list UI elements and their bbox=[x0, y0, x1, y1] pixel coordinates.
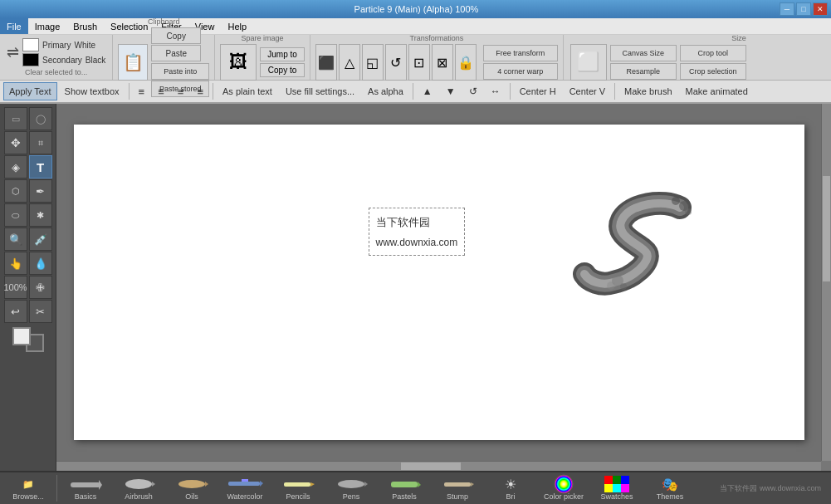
vertical-scrollbar[interactable] bbox=[821, 104, 831, 461]
menu-image[interactable]: Image bbox=[28, 18, 67, 34]
secondary-swatch[interactable] bbox=[22, 53, 39, 66]
text-tool[interactable]: T bbox=[29, 155, 52, 179]
minimize-button[interactable]: ─ bbox=[780, 2, 794, 16]
close-button[interactable]: ✕ bbox=[813, 2, 828, 16]
transform-icon-6[interactable]: ⊠ bbox=[432, 44, 453, 81]
paste-into-button[interactable]: Paste into bbox=[151, 63, 209, 80]
center-v-button[interactable]: Center V bbox=[564, 82, 611, 100]
bottom-tool-airbrush[interactable]: Airbrush bbox=[114, 474, 164, 502]
horizontal-scroll-thumb[interactable] bbox=[400, 462, 462, 471]
transform-icon-5[interactable]: ⊡ bbox=[408, 44, 430, 81]
undo-tool[interactable]: ↩ bbox=[4, 300, 27, 323]
canvas-size-icon[interactable]: ⬜ bbox=[570, 44, 607, 81]
svg-point-5 bbox=[620, 283, 627, 290]
jump-to-button[interactable]: Jump to bbox=[260, 47, 305, 61]
bottom-tool-pastels[interactable]: Pastels bbox=[379, 474, 429, 502]
burn-tool[interactable]: ✙ bbox=[29, 276, 52, 299]
text-align-icon-2[interactable]: ≡ bbox=[152, 82, 170, 100]
show-textbox-button[interactable]: Show textbox bbox=[59, 82, 125, 100]
fill-tool[interactable]: ◈ bbox=[4, 155, 27, 179]
select-rect-tool[interactable]: ▭ bbox=[4, 107, 27, 130]
text-align-icon-1[interactable]: ≡ bbox=[133, 82, 151, 100]
transform-icon-1[interactable]: ⬛ bbox=[315, 44, 337, 81]
lasso-tool[interactable]: ⬭ bbox=[4, 203, 27, 227]
resample-button[interactable]: Resample bbox=[610, 63, 677, 80]
apply-text-button[interactable]: Apply Text bbox=[3, 82, 57, 100]
bottom-tool-basics[interactable]: Basics bbox=[61, 474, 110, 502]
canvas-text-line2: www.downxia.com bbox=[376, 237, 458, 248]
canvas-size-button[interactable]: Canvas Size bbox=[610, 45, 677, 61]
corner-warp-button[interactable]: 4 corner warp bbox=[483, 63, 558, 80]
crop-tool-button[interactable]: Crop tool bbox=[680, 45, 746, 61]
tool-color-area bbox=[12, 327, 44, 352]
transform-icon-3[interactable]: ◱ bbox=[362, 44, 384, 81]
swap-colors-icon[interactable]: ⇌ bbox=[7, 43, 19, 61]
secondary-label: Secondary bbox=[42, 56, 82, 65]
tool-row-2: ✥ ⌗ bbox=[4, 131, 52, 154]
as-plain-text-button[interactable]: As plain text bbox=[217, 82, 278, 100]
primary-swatch[interactable] bbox=[22, 38, 39, 51]
svg-rect-28 bbox=[613, 484, 621, 492]
spare-image-group: Spare image 🖼 Jump to Copy to bbox=[215, 35, 310, 80]
bottom-tool-oils[interactable]: Oils bbox=[167, 474, 217, 502]
copy-to-button[interactable]: Copy to bbox=[260, 63, 305, 77]
move-tool[interactable]: ✥ bbox=[4, 131, 27, 154]
crop-selection-button[interactable]: Crop selection bbox=[680, 63, 746, 80]
copy-button[interactable]: Copy bbox=[151, 27, 201, 44]
bottom-tool-browse[interactable]: 📁 Browse... bbox=[3, 474, 53, 502]
foreground-color-swatch[interactable] bbox=[12, 327, 31, 345]
toolbar-divider-4 bbox=[510, 83, 511, 100]
canvas-text-box[interactable]: 当下软件园 www.downxia.com bbox=[369, 208, 466, 256]
transform-icon-7[interactable]: 🔒 bbox=[455, 44, 477, 81]
dropper-tool[interactable]: 💉 bbox=[29, 228, 52, 251]
bottom-tool-swatches[interactable]: Swatches bbox=[592, 474, 642, 502]
select-ellipse-tool[interactable]: ◯ bbox=[29, 107, 52, 130]
transform-tool[interactable]: ⬡ bbox=[4, 179, 27, 203]
transform-icon-4[interactable]: ↺ bbox=[385, 44, 407, 81]
menu-help[interactable]: Help bbox=[221, 18, 253, 34]
free-transform-button[interactable]: Free transform bbox=[483, 45, 558, 61]
move-down-icon[interactable]: ▼ bbox=[440, 82, 462, 100]
polygonal-lasso-tool[interactable]: ✱ bbox=[29, 203, 52, 227]
smudge-tool[interactable]: 👆 bbox=[4, 252, 27, 275]
move-up-icon[interactable]: ▲ bbox=[417, 82, 438, 100]
bottom-tool-pencils[interactable]: Pencils bbox=[273, 474, 323, 502]
text-align-icon-4[interactable]: ≡ bbox=[191, 82, 209, 100]
copy-paste-icon[interactable]: 📋 bbox=[118, 44, 148, 81]
tool-row-1: ▭ ◯ bbox=[4, 107, 52, 130]
transform-icon-2[interactable]: △ bbox=[339, 44, 360, 81]
spare-image-icon[interactable]: 🖼 bbox=[220, 44, 257, 81]
center-h-button[interactable]: Center H bbox=[514, 82, 562, 100]
use-fill-settings-button[interactable]: Use fill settings... bbox=[280, 82, 360, 100]
as-alpha-button[interactable]: As alpha bbox=[362, 82, 409, 100]
text-align-icon-3[interactable]: ≡ bbox=[172, 82, 190, 100]
bottom-tool-stump[interactable]: Stump bbox=[433, 474, 482, 502]
zoom-tool[interactable]: 🔍 bbox=[4, 228, 27, 251]
svg-rect-24 bbox=[604, 476, 613, 484]
make-animated-button[interactable]: Make animated bbox=[680, 82, 754, 100]
menu-brush[interactable]: Brush bbox=[66, 18, 104, 34]
bottom-tool-watercolor[interactable]: Watercolor bbox=[220, 474, 270, 502]
paste-button[interactable]: Paste bbox=[151, 45, 201, 61]
rotate-icon[interactable]: ↺ bbox=[463, 82, 483, 100]
make-brush-button[interactable]: Make brush bbox=[618, 82, 677, 100]
bottom-tool-themes[interactable]: 🎭 Themes bbox=[645, 474, 695, 502]
clear-selected-label: Clear selected to... bbox=[7, 68, 105, 76]
maximize-button[interactable]: □ bbox=[796, 2, 811, 16]
blur-tool[interactable]: 💧 bbox=[29, 252, 52, 275]
pen-tool[interactable]: ✒ bbox=[29, 179, 52, 203]
erase-tool[interactable]: ✂ bbox=[29, 300, 52, 323]
toolbar-divider-5 bbox=[614, 83, 615, 100]
crop-tool[interactable]: ⌗ bbox=[29, 131, 52, 154]
horizontal-scrollbar[interactable] bbox=[56, 461, 821, 471]
canvas[interactable]: 当下软件园 www.downxia.com bbox=[74, 125, 804, 440]
basics-icon bbox=[69, 476, 102, 492]
vertical-scroll-thumb[interactable] bbox=[822, 175, 831, 282]
dodge-tool[interactable]: 100% bbox=[4, 276, 27, 299]
bottom-tool-color-picker[interactable]: Color picker bbox=[539, 474, 589, 502]
bottom-tool-bri[interactable]: ☀ Bri bbox=[486, 474, 535, 502]
menu-file[interactable]: File bbox=[0, 18, 28, 34]
bottom-tool-pens[interactable]: Pens bbox=[326, 474, 376, 502]
flip-icon[interactable]: ↔ bbox=[485, 82, 506, 100]
svg-marker-11 bbox=[205, 482, 208, 487]
